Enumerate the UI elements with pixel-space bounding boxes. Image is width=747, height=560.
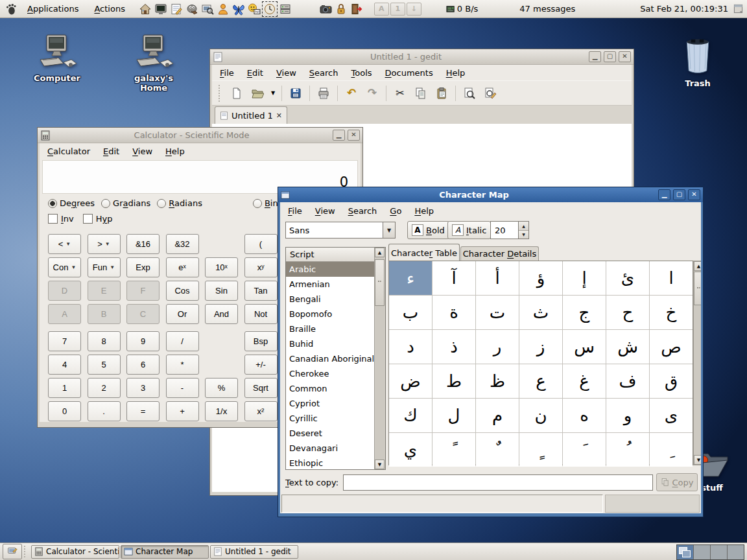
minimize-button[interactable]: ▁ [589, 51, 601, 62]
script-item-bengali[interactable]: Bengali [286, 292, 375, 307]
home-icon[interactable] [138, 2, 152, 16]
calc-key-fun[interactable]: Fun▼ [88, 257, 121, 277]
char-cell[interactable]: ع [519, 364, 562, 398]
menu-help[interactable]: Help [408, 206, 440, 216]
menu-view[interactable]: View [309, 206, 342, 216]
gnome-foot-icon[interactable] [4, 2, 18, 16]
calc-key-4[interactable]: 4 [48, 355, 81, 375]
char-cell[interactable]: ة [433, 296, 475, 329]
radio-icon[interactable] [101, 199, 110, 208]
menu-go[interactable]: Go [383, 206, 408, 216]
close-button[interactable]: ✕ [619, 51, 631, 62]
char-cell[interactable]: خ [650, 296, 693, 329]
save-button[interactable] [286, 84, 305, 102]
menu-search[interactable]: Search [303, 68, 345, 78]
redo-button[interactable]: ↷ [362, 84, 382, 102]
char-cell[interactable]: ب [389, 296, 432, 329]
menu-file[interactable]: File [213, 68, 241, 78]
char-cell[interactable]: ط [433, 364, 475, 398]
show-desktop-button[interactable] [3, 544, 22, 559]
checkbox-inv[interactable]: Inv [48, 214, 74, 224]
char-cell[interactable]: ى [650, 399, 693, 432]
calc-key-1/x[interactable]: 1/x [205, 401, 238, 421]
paste-button[interactable] [432, 84, 451, 102]
calc-key-sin[interactable]: Sin [205, 281, 238, 301]
script-item-armenian[interactable]: Armenian [286, 277, 375, 292]
indicator-1[interactable]: 1 [390, 3, 405, 16]
desktop-icon-trash[interactable]: Trash [667, 36, 729, 88]
char-cell[interactable]: ت [476, 296, 519, 329]
script-item-deseret[interactable]: Deseret [286, 426, 375, 441]
menu-view[interactable]: View [270, 68, 303, 78]
gimp-icon[interactable] [185, 2, 199, 16]
radio-icon[interactable] [157, 199, 166, 208]
calc-key-tan[interactable]: Tan [244, 281, 278, 301]
calc-key-&32[interactable]: &32 [166, 234, 199, 254]
text-to-copy-input[interactable] [343, 474, 653, 491]
checkbox-icon[interactable] [48, 214, 58, 224]
indicator-a[interactable]: A [374, 3, 389, 16]
char-cell[interactable]: ٍ [519, 433, 562, 467]
char-cell[interactable]: ح [606, 296, 649, 329]
monitor-icon[interactable] [154, 2, 168, 16]
menu-search[interactable]: Search [342, 206, 384, 216]
char-cell[interactable]: ش [606, 330, 649, 364]
font-family-value[interactable]: Sans [285, 222, 383, 239]
replace-button[interactable] [480, 84, 500, 102]
radio-bin[interactable]: Bin [253, 198, 278, 208]
script-item-bopomofo[interactable]: Bopomofo [286, 307, 375, 321]
char-cell[interactable]: م [476, 399, 519, 432]
script-item-canadian-aboriginal[interactable]: Canadian Aboriginal [286, 351, 375, 366]
radio-degrees[interactable]: Degrees [48, 198, 95, 208]
close-tab-icon[interactable]: ✕ [276, 111, 282, 120]
char-cell[interactable]: ه [563, 399, 606, 432]
screenshot-icon[interactable] [200, 2, 215, 16]
calc-key-3[interactable]: 3 [126, 378, 160, 398]
checkbox-hyp[interactable]: Hyp [83, 214, 113, 224]
char-cell[interactable]: غ [563, 364, 606, 398]
calc-key-bsp[interactable]: Bsp [244, 331, 278, 351]
char-cell[interactable]: إ [563, 261, 606, 295]
char-cell[interactable]: ر [476, 330, 519, 364]
char-cell[interactable]: ء [389, 261, 432, 295]
scrollbar-thumb[interactable] [694, 272, 701, 305]
calc-key-&16[interactable]: &16 [126, 234, 160, 254]
char-cell[interactable]: د [389, 330, 432, 364]
char-cell[interactable]: ُ [606, 433, 649, 467]
script-item-cyrillic[interactable]: Cyrillic [286, 411, 375, 426]
char-cell[interactable]: آ [433, 261, 475, 295]
char-cell[interactable]: ل [433, 399, 475, 432]
char-cell[interactable]: ن [519, 399, 562, 432]
char-cell[interactable]: ك [389, 399, 432, 432]
maximize-button[interactable]: ▢ [673, 189, 685, 200]
calc-key-x²[interactable]: x² [244, 401, 278, 421]
char-cell[interactable]: أ [476, 261, 519, 295]
desktop-icon-home[interactable]: galaxy's Home [123, 34, 185, 93]
keys-icon[interactable] [334, 2, 348, 16]
close-button[interactable]: ✕ [688, 189, 700, 200]
spin-down-icon[interactable]: ▼ [519, 231, 528, 239]
calc-key-not[interactable]: Not [244, 304, 278, 324]
calc-key-or[interactable]: Or [166, 304, 199, 324]
menu-tools[interactable]: Tools [345, 68, 379, 78]
menu-help[interactable]: Help [440, 68, 472, 78]
user-icon[interactable] [216, 2, 230, 16]
calc-key-7[interactable]: 7 [48, 331, 81, 351]
script-item-buhid[interactable]: Buhid [286, 336, 375, 351]
minimize-button[interactable]: ▁ [333, 130, 345, 141]
calc-key-5[interactable]: 5 [88, 355, 121, 375]
camera-icon[interactable] [318, 2, 333, 16]
script-item-common[interactable]: Common [286, 381, 375, 396]
checkbox-icon[interactable] [83, 214, 93, 224]
menu-calculator[interactable]: Calculator [41, 146, 97, 156]
notes-icon[interactable] [169, 2, 184, 16]
network-monitor[interactable]: 0 B/s [446, 4, 478, 14]
calc-key-<[interactable]: <▼ [48, 234, 81, 254]
spin-up-icon[interactable]: ▲ [519, 222, 528, 231]
char-cell[interactable]: ق [650, 364, 693, 398]
calc-key-cos[interactable]: Cos [166, 281, 199, 301]
calc-key-9[interactable]: 9 [126, 331, 160, 351]
char-cell[interactable]: ذ [433, 330, 475, 364]
maximize-button[interactable]: ▢ [604, 51, 616, 62]
minimize-button[interactable]: ▁ [658, 189, 670, 200]
